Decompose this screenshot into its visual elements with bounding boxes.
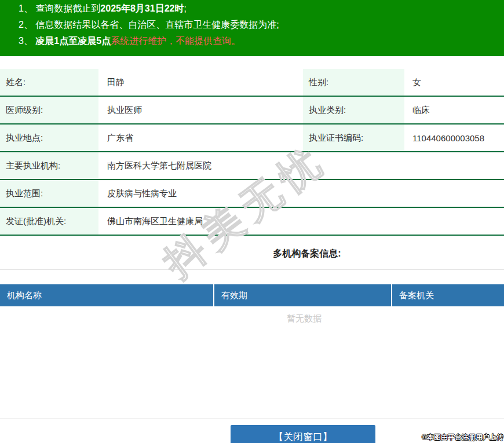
field-name-value: 田静 (98, 69, 303, 96)
notice-text: 1、 查询数据截止到 (19, 3, 100, 13)
doctor-info-table: 姓名: 田静 性别: 女 医师级别: 执业医师 执业类别: 临床 执业地点: 广… (0, 69, 504, 236)
field-gender-value: 女 (404, 69, 504, 96)
table-row: 执业范围: 皮肤病与性病专业 (0, 180, 504, 208)
close-window-button[interactable]: 【关闭窗口】 (231, 425, 375, 443)
field-issuing-authority-value: 佛山市南海区卫生健康局 (98, 208, 504, 235)
table-row: 姓名: 田静 性别: 女 (0, 69, 504, 97)
registry-table-header: 机构名称 有效期 备案机关 (0, 284, 504, 306)
field-certificate-number-value: 110440600003058 (404, 125, 504, 151)
field-practice-location-value: 广东省 (98, 125, 303, 151)
notice-text: 3、 (19, 36, 35, 46)
section-divider (0, 269, 504, 270)
field-practice-scope-value: 皮肤病与性病专业 (98, 180, 504, 207)
field-practice-location-label: 执业地点: (0, 125, 98, 151)
notice-text-bold: 2025年8月31日22时 (100, 3, 184, 13)
notice-text: ; (184, 3, 186, 13)
table-row: 执业地点: 广东省 执业证书编码: 110440600003058 (0, 125, 504, 152)
notice-banner: 1、 查询数据截止到2025年8月31日22时; 2、 信息数据结果以各省、自治… (0, 0, 504, 56)
field-name-label: 姓名: (0, 69, 98, 96)
col-validity-period: 有效期 (214, 284, 392, 306)
notice-line-3: 3、 凌晨1点至凌晨5点系统进行维护，不能提供查询。 (19, 33, 504, 49)
field-gender-label: 性别: (303, 69, 404, 96)
field-practice-category-label: 执业类别: (303, 97, 404, 123)
notice-line-2: 2、 信息数据结果以各省、自治区、直辖市卫生健康委数据为准; (19, 17, 504, 33)
section-title-multi-institution: 多机构备案信息: (0, 248, 504, 260)
notice-text-bold: 凌晨1点至凌晨5点 (35, 36, 111, 46)
table-row: 主要执业机构: 南方医科大学第七附属医院 (0, 152, 504, 180)
notice-line-1: 1、 查询数据截止到2025年8月31日22时; (19, 1, 504, 17)
query-result-page: 1、 查询数据截止到2025年8月31日22时; 2、 信息数据结果以各省、自治… (0, 0, 504, 443)
field-certificate-number-label: 执业证书编码: (303, 125, 404, 151)
table-row: 医师级别: 执业医师 执业类别: 临床 (0, 97, 504, 125)
footer-divider (0, 418, 504, 419)
field-practice-category-value: 临床 (404, 97, 504, 123)
field-practice-scope-label: 执业范围: (0, 180, 98, 207)
col-filing-authority: 备案机关 (392, 284, 504, 306)
field-doctor-level-value: 执业医师 (98, 97, 303, 123)
field-main-institution-label: 主要执业机构: (0, 152, 98, 179)
field-main-institution-value: 南方医科大学第七附属医院 (98, 152, 504, 179)
col-institution-name: 机构名称 (0, 284, 214, 306)
field-issuing-authority-label: 发证(批准)机关: (0, 208, 98, 235)
notice-text-warning: 系统进行维护，不能提供查询。 (111, 36, 240, 46)
notice-text: 2、 信息数据结果以各省、自治区、直辖市卫生健康委数据为准; (19, 20, 279, 30)
field-doctor-level-label: 医师级别: (0, 97, 98, 123)
credit-watermark: ©本图由平台注册用户上传 (422, 433, 503, 442)
table-row: 发证(批准)机关: 佛山市南海区卫生健康局 (0, 208, 504, 236)
empty-data-text: 暂无数据 (0, 313, 504, 324)
